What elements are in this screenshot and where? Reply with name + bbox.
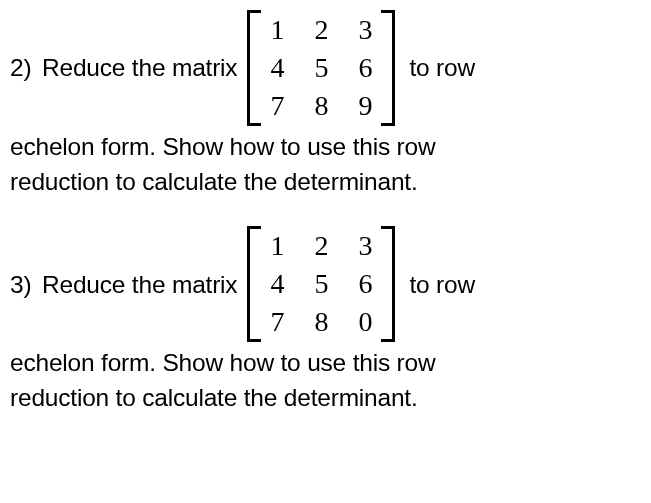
matrix-cell: 2 [313,232,329,260]
matrix-grid: 1 2 3 4 5 6 7 8 0 [257,226,385,342]
matrix-cell: 6 [357,54,373,82]
problem-number: 3) [10,268,42,301]
matrix-cell: 6 [357,270,373,298]
matrix-cell: 1 [269,232,285,260]
matrix-cell: 4 [269,270,285,298]
trail-text: to row [399,268,475,301]
problem-2-line1: 2) Reduce the matrix 1 2 3 4 5 6 7 8 9 t… [10,8,643,128]
problem-3-follow2: reduction to calculate the determinant. [10,381,643,414]
trail-text: to row [399,51,475,84]
lead-text: Reduce the matrix [42,268,243,301]
matrix-3: 1 2 3 4 5 6 7 8 0 [245,226,397,342]
matrix-cell: 1 [269,16,285,44]
matrix-cell: 4 [269,54,285,82]
matrix-cell: 3 [357,232,373,260]
problem-number: 2) [10,51,42,84]
matrix-cell: 0 [357,308,373,336]
matrix-grid: 1 2 3 4 5 6 7 8 9 [257,10,385,126]
lead-text: Reduce the matrix [42,51,243,84]
matrix-cell: 7 [269,308,285,336]
right-bracket-icon [385,226,397,342]
problem-3-follow1: echelon form. Show how to use this row [10,346,643,379]
left-bracket-icon [245,226,257,342]
matrix-cell: 8 [313,308,329,336]
matrix-cell: 2 [313,16,329,44]
matrix-cell: 5 [313,270,329,298]
matrix-2: 1 2 3 4 5 6 7 8 9 [245,10,397,126]
problem-2-follow2: reduction to calculate the determinant. [10,165,643,198]
problem-2-follow1: echelon form. Show how to use this row [10,130,643,163]
right-bracket-icon [385,10,397,126]
matrix-cell: 3 [357,16,373,44]
left-bracket-icon [245,10,257,126]
matrix-cell: 9 [357,92,373,120]
page: 2) Reduce the matrix 1 2 3 4 5 6 7 8 9 t… [0,0,651,448]
matrix-cell: 8 [313,92,329,120]
problem-3-line1: 3) Reduce the matrix 1 2 3 4 5 6 7 8 0 t… [10,224,643,344]
problem-3: 3) Reduce the matrix 1 2 3 4 5 6 7 8 0 t… [10,224,643,414]
matrix-cell: 5 [313,54,329,82]
problem-2: 2) Reduce the matrix 1 2 3 4 5 6 7 8 9 t… [10,8,643,198]
matrix-cell: 7 [269,92,285,120]
